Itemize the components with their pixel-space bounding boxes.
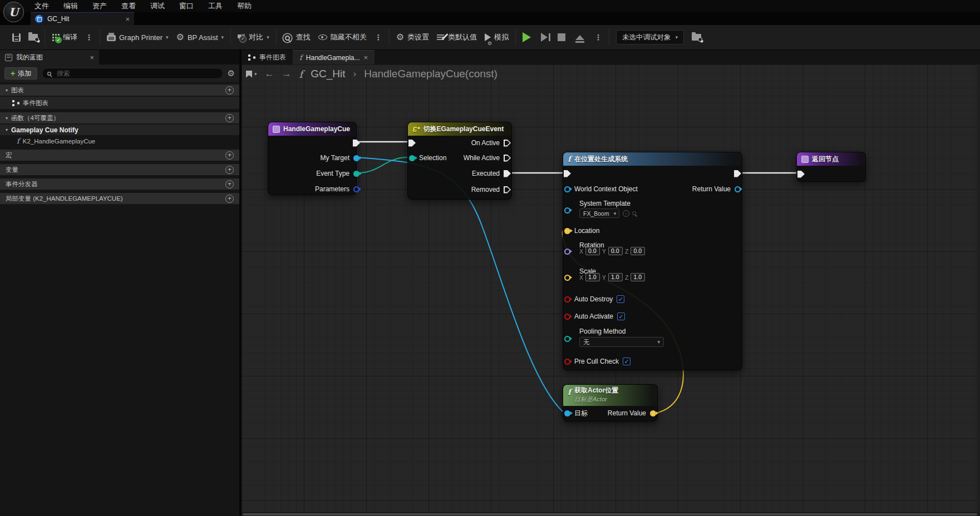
play-options-button[interactable]: ⋮ [594, 33, 602, 42]
compile-button[interactable]: 编译 [52, 32, 77, 42]
section-variables[interactable]: 变量 + [0, 164, 239, 175]
close-icon[interactable]: × [90, 53, 94, 62]
pin-event-type[interactable]: Event Type [316, 168, 356, 178]
pin-auto-activate[interactable]: Auto Activate ✓ [563, 311, 625, 321]
node-switch-egameplaycueevent[interactable]: Ɛ* 切换EGameplayCueEvent Selection On Acti… [407, 122, 512, 200]
pin-removed[interactable]: Removed [471, 185, 511, 195]
menu-window[interactable]: 窗口 [179, 1, 194, 11]
event-graph-item[interactable]: 事件图表 [0, 97, 239, 109]
node-header[interactable]: HandleGameplayCue [268, 122, 356, 136]
collapse-arrow-icon[interactable]: ▾ [6, 116, 8, 121]
browse-debug-object-button[interactable] [692, 34, 701, 41]
section-functions[interactable]: ▾ 函数（4可覆盖） + [0, 112, 239, 123]
graph-canvas[interactable]: ▾ ← → f GC_Hit › HandleGameplayCue(const… [242, 64, 980, 516]
node-get-actor-location[interactable]: f 获取Actor位置 目标是Actor 目标 Return Value [563, 384, 658, 421]
breadcrumb-root[interactable]: GC_Hit [311, 68, 345, 80]
use-selected-icon[interactable]: ‹ [623, 210, 629, 217]
pin-world-context-object[interactable]: World Context Object [563, 184, 638, 194]
search-box[interactable] [42, 68, 223, 79]
section-graphs[interactable]: ▾ 图表 + [0, 85, 239, 96]
node-header[interactable]: f 获取Actor位置 目标是Actor [563, 385, 657, 406]
scale-y-input[interactable]: 1.0 [608, 273, 623, 281]
simulate-button[interactable]: ⚙ 模拟 [485, 32, 509, 42]
eject-button[interactable] [575, 35, 584, 40]
menu-view[interactable]: 查看 [121, 1, 136, 11]
add-graph-button[interactable]: + [225, 86, 234, 95]
menu-help[interactable]: 帮助 [237, 1, 252, 11]
node-header[interactable]: 返回节点 [797, 152, 865, 166]
node-header[interactable]: Ɛ* 切换EGameplayCueEvent [408, 122, 511, 136]
bp-assist-button[interactable]: ⚙ BP Assist ▾ [176, 33, 224, 42]
pin-exec-in[interactable] [797, 169, 805, 179]
stop-button[interactable] [558, 33, 565, 41]
hide-unrelated-button[interactable]: 隐藏不相关 [318, 32, 367, 42]
search-input[interactable] [57, 70, 218, 77]
pin-scale[interactable] [563, 272, 570, 282]
horizontal-scrollbar[interactable] [242, 512, 980, 516]
bookmarks-button[interactable]: ▾ [246, 71, 257, 78]
menu-edit[interactable]: 编辑 [63, 1, 78, 11]
rotation-y-input[interactable]: 0.0 [608, 247, 623, 255]
section-dispatchers[interactable]: 事件分发器 + [0, 178, 239, 190]
pin-auto-destroy[interactable]: Auto Destroy ✓ [563, 294, 624, 304]
panel-settings-gear-icon[interactable]: ⚙ [228, 68, 235, 78]
nav-forward-button[interactable]: → [282, 68, 292, 80]
browse-icon[interactable] [632, 211, 636, 215]
vertical-scrollbar[interactable] [977, 64, 980, 513]
menu-debug[interactable]: 调试 [150, 1, 165, 11]
pin-parameters[interactable]: Parameters [315, 184, 356, 194]
pin-exec-in[interactable] [563, 168, 571, 178]
pin-system-template[interactable] [563, 205, 570, 215]
menu-file[interactable]: 文件 [35, 1, 49, 11]
tab-event-graph[interactable]: 事件图表 [242, 50, 293, 64]
close-icon[interactable]: × [364, 53, 368, 62]
section-local-variables[interactable]: 局部变量 (K2_HANDLEGAMEPLAYCUE) + [0, 193, 239, 204]
pin-while-active[interactable]: While Active [464, 153, 511, 163]
category-gameplay-cue-notify[interactable]: ▾ Gameplay Cue Notify [0, 125, 239, 135]
pin-my-target[interactable]: My Target [321, 153, 356, 163]
asset-tab-gc-hit[interactable]: GC_Hit × [31, 12, 134, 25]
rotation-x-input[interactable]: 0.0 [585, 247, 600, 255]
add-local-variable-button[interactable]: + [225, 195, 234, 203]
pin-return-value[interactable]: Return Value [608, 408, 657, 418]
node-header[interactable]: f 在位置处生成系统 [563, 152, 742, 166]
rotation-z-input[interactable]: 0.0 [631, 247, 645, 255]
compile-options-button[interactable]: ⋮ [85, 33, 93, 42]
pin-rotation[interactable] [563, 246, 570, 256]
pin-target[interactable]: 目标 [563, 408, 588, 418]
add-macro-button[interactable]: + [225, 151, 234, 160]
frame-skip-button[interactable] [541, 33, 548, 42]
pin-pooling-method[interactable] [563, 334, 570, 344]
browse-asset-button[interactable] [28, 34, 38, 41]
node-return[interactable]: 返回节点 [796, 152, 866, 182]
menu-asset[interactable]: 资产 [92, 1, 107, 11]
pin-exec-out[interactable] [734, 168, 742, 178]
section-macros[interactable]: 宏 + [0, 150, 239, 161]
scale-z-input[interactable]: 1.0 [631, 273, 645, 281]
add-variable-button[interactable]: + [225, 166, 234, 174]
node-handlegameplaycue[interactable]: HandleGameplayCue My Target Event Type P… [268, 122, 357, 195]
nav-back-button[interactable]: ← [265, 68, 274, 80]
unreal-logo-icon[interactable]: U [3, 2, 24, 22]
tab-handlegameplaycue[interactable]: f HandleGamepla... × [293, 50, 375, 64]
node-spawn-system-at-location[interactable]: f 在位置处生成系统 World Context Object Return V… [563, 152, 742, 370]
k2-handlegameplaycue-item[interactable]: f K2_HandleGameplayCue [0, 135, 239, 147]
add-button[interactable]: + 添加 [4, 67, 37, 80]
pin-executed[interactable]: Executed [472, 168, 511, 178]
close-icon[interactable]: × [125, 15, 130, 23]
menu-tools[interactable]: 工具 [208, 1, 223, 11]
class-defaults-button[interactable]: 类默认值 [437, 32, 477, 42]
pin-exec-out[interactable] [353, 138, 356, 148]
pin-exec-in[interactable] [408, 138, 416, 148]
auto-destroy-checkbox[interactable]: ✓ [617, 295, 624, 303]
add-function-button[interactable]: + [225, 114, 234, 122]
diff-button[interactable]: 对比 ▾ [238, 32, 269, 42]
class-settings-button[interactable]: ⚙ 类设置 [396, 32, 429, 42]
pin-location[interactable]: Location [563, 226, 599, 236]
my-blueprint-tab[interactable]: 我的蓝图 × [0, 50, 99, 64]
scale-x-input[interactable]: 1.0 [585, 273, 600, 281]
collapse-arrow-icon[interactable]: ▾ [6, 127, 8, 132]
pin-on-active[interactable]: On Active [471, 138, 511, 148]
auto-activate-checkbox[interactable]: ✓ [617, 312, 625, 320]
hide-unrelated-options-button[interactable]: ⋮ [375, 33, 382, 42]
